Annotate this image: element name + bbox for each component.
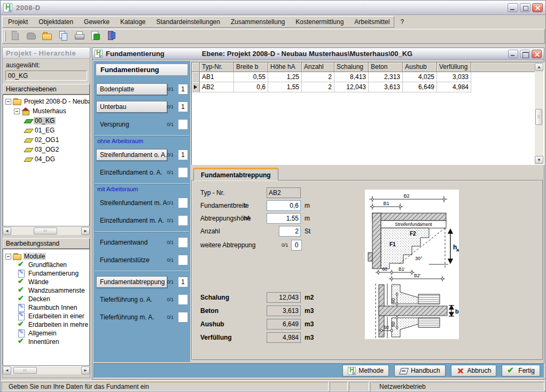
collapse-icon[interactable] <box>5 99 11 105</box>
tab-fundamentabtreppung[interactable]: Fundamentabtreppung <box>193 168 278 181</box>
sidebar-item-label-tieferführung-m-a[interactable]: Tieferführung m. A. <box>96 313 167 321</box>
restore-button[interactable] <box>520 3 531 12</box>
table-row-ab1[interactable]: AB10,551,2528,4132,3134,0253,033 <box>192 72 535 82</box>
menu-item-kataloge[interactable]: Kataloge <box>115 17 151 27</box>
scroll-up-button[interactable]: ▲ <box>535 63 543 71</box>
sidebar-item-label-unterbau[interactable]: Unterbau <box>96 101 167 113</box>
maximize-button[interactable] <box>520 50 530 58</box>
count-box-fundamentwand[interactable] <box>178 237 188 248</box>
scrollbar-thumb[interactable] <box>535 109 542 125</box>
input-anzahl[interactable] <box>279 226 301 237</box>
module-item-erdarbeiten-in-mehre[interactable]: Erdarbeiten in mehre <box>3 320 89 329</box>
count-box-bodenplatte[interactable]: 1 <box>178 84 188 95</box>
scroll-left-button[interactable]: ◄ <box>3 366 11 374</box>
menu-item-item[interactable]: ? <box>395 17 409 27</box>
sidebar-item-label-fundamentabtreppung[interactable]: Fundamentabtreppung <box>96 276 167 288</box>
column-header-verfüllung[interactable]: Verfüllung <box>437 62 471 72</box>
module-item-allgemein[interactable]: Allgemein <box>3 329 89 338</box>
button-abbruch[interactable]: Abbruch <box>451 365 497 377</box>
tree-item-04-dg[interactable]: 04_DG <box>3 154 89 164</box>
menu-item-zusammenstellung[interactable]: Zusammenstellung <box>225 17 290 27</box>
column-header-anzahl[interactable]: Anzahl <box>302 62 334 72</box>
menu-item-gewerke[interactable]: Gewerke <box>79 17 115 27</box>
count-box-tieferführung-o-a[interactable] <box>178 294 188 305</box>
sidebar-item-label-einzelfundament-m-a[interactable]: Einzelfundament m. A. <box>96 217 167 224</box>
tree-item-modules-root[interactable]: Module <box>3 252 89 261</box>
hierarchy-levels-header[interactable]: Hierarchieebenen <box>3 84 90 95</box>
sidebar-item-label-streifenfundament-m-a[interactable]: Streifenfundament m. A. <box>96 199 167 207</box>
scroll-right-button[interactable]: ► <box>81 366 90 374</box>
toolbar-button-print[interactable] <box>73 29 85 43</box>
collapse-icon[interactable] <box>5 254 11 260</box>
column-header-beton[interactable]: Beton <box>369 62 403 72</box>
column-header-typ-nr[interactable]: Typ-Nr. <box>200 62 234 72</box>
module-item-wandzusammenste[interactable]: Wandzusammenste <box>3 286 89 295</box>
weitere-abtreppung-field[interactable] <box>291 240 302 250</box>
typ-nr-field[interactable] <box>267 187 301 198</box>
table-row-ab2[interactable]: AB20,61,55212,0433,6136,6494,984 <box>192 82 535 92</box>
module-item-fundamentierung[interactable]: Fundamentierung <box>3 269 89 278</box>
scrollbar-thumb[interactable] <box>34 228 57 234</box>
sidebar-item-label-versprung[interactable]: Versprung <box>96 121 167 128</box>
module-item-wände[interactable]: Wände <box>3 278 89 286</box>
sidebar-item-label-bodenplatte[interactable]: Bodenplatte <box>96 83 167 95</box>
count-box-fundamentstütze[interactable] <box>178 255 188 265</box>
module-item-innentüren[interactable]: Innentüren <box>3 338 89 346</box>
count-box-fundamentabtreppung[interactable]: 1 <box>178 277 188 287</box>
module-item-raumbuch-innen[interactable]: Raumbuch Innen <box>3 303 89 312</box>
tree-item-01-eg[interactable]: 01_EG <box>3 126 89 135</box>
menu-item-arbeitsmittel[interactable]: Arbeitsmittel <box>349 17 395 27</box>
module-item-erdarbeiten-in-einer[interactable]: Erdarbeiten in einer <box>3 312 89 320</box>
sidebar-item-label-einzelfundament-o-a[interactable]: Einzelfundament o. A. <box>96 169 167 176</box>
menu-item-projekt[interactable]: Projekt <box>3 17 33 27</box>
tree-item-03-og2[interactable]: 03_OG2 <box>3 145 89 154</box>
result-aushub[interactable] <box>267 319 301 330</box>
toolbar-button-copy[interactable] <box>57 29 69 43</box>
sidebar-item-label-streifenfundament-o-a[interactable]: Streifenfundament o. A. <box>96 149 167 161</box>
count-box-unterbau[interactable]: 1 <box>178 101 188 112</box>
toolbar-button-open-folder[interactable] <box>41 29 53 43</box>
column-header-breite-b[interactable]: Breite b <box>234 62 268 72</box>
module-item-decken[interactable]: Decken <box>3 295 89 303</box>
toolbar-button-exit-door[interactable] <box>105 29 117 43</box>
menu-item-standardeinstellungen[interactable]: Standardeinstellungen <box>151 17 225 27</box>
count-box-streifenfundament-m-a[interactable] <box>178 198 188 208</box>
column-header-höhe-ha[interactable]: Höhe hA <box>268 62 302 72</box>
collapse-icon[interactable] <box>14 108 20 114</box>
tree-item-project-root[interactable]: Projekt 2008-D - Neubau <box>3 97 89 106</box>
button-handbuch[interactable]: Handbuch <box>394 365 446 377</box>
minimize-button[interactable] <box>508 50 518 58</box>
result-beton[interactable] <box>267 305 301 316</box>
scroll-left-button[interactable]: ◄ <box>3 227 11 235</box>
input-fundamentbreite[interactable] <box>267 200 301 211</box>
input-abtreppungshöhe[interactable] <box>267 213 301 224</box>
sidebar-item-label-fundamentstütze[interactable]: Fundamentstütze <box>96 256 167 264</box>
toolbar-button-new-document[interactable] <box>9 29 21 43</box>
scrollbar-thumb[interactable] <box>13 367 37 374</box>
button-fertig[interactable]: Fertig <box>502 365 540 377</box>
tree-item-02-og1[interactable]: 02_OG1 <box>3 135 89 145</box>
column-header-aushub[interactable]: Aushub <box>403 62 437 72</box>
scroll-down-button[interactable]: ▼ <box>535 156 543 164</box>
menu-item-objektdaten[interactable]: Objektdaten <box>33 17 79 27</box>
close-button[interactable] <box>532 50 542 58</box>
tree-item-building[interactable]: Musterhaus <box>3 106 89 116</box>
module-item-grundflächen[interactable]: Grundflächen <box>3 261 89 269</box>
close-button[interactable] <box>532 3 543 12</box>
result-verfüllung[interactable] <box>267 332 301 343</box>
count-box-streifenfundament-o-a[interactable]: 1 <box>178 150 188 160</box>
count-box-versprung[interactable] <box>178 119 188 130</box>
minimize-button[interactable] <box>508 3 518 12</box>
sidebar-item-label-tieferführung-o-a[interactable]: Tieferführung o. A. <box>96 296 167 303</box>
toolbar-button-export-document[interactable] <box>89 29 101 43</box>
result-schalung[interactable] <box>267 292 301 303</box>
menu-item-kostenermittlung[interactable]: Kostenermittlung <box>290 17 349 27</box>
editing-status-header[interactable]: Bearbeitungsstand <box>3 238 90 249</box>
tree-item-00-kg[interactable]: 00_KG <box>3 116 89 126</box>
count-box-tieferführung-m-a[interactable] <box>178 312 188 323</box>
scroll-right-button[interactable]: ► <box>81 227 90 235</box>
button-methode[interactable]: Methode <box>342 365 389 377</box>
sidebar-item-label-fundamentwand[interactable]: Fundamentwand <box>96 239 167 246</box>
count-box-einzelfundament-m-a[interactable] <box>178 215 188 226</box>
toolbar-button-open-project[interactable] <box>25 29 37 43</box>
